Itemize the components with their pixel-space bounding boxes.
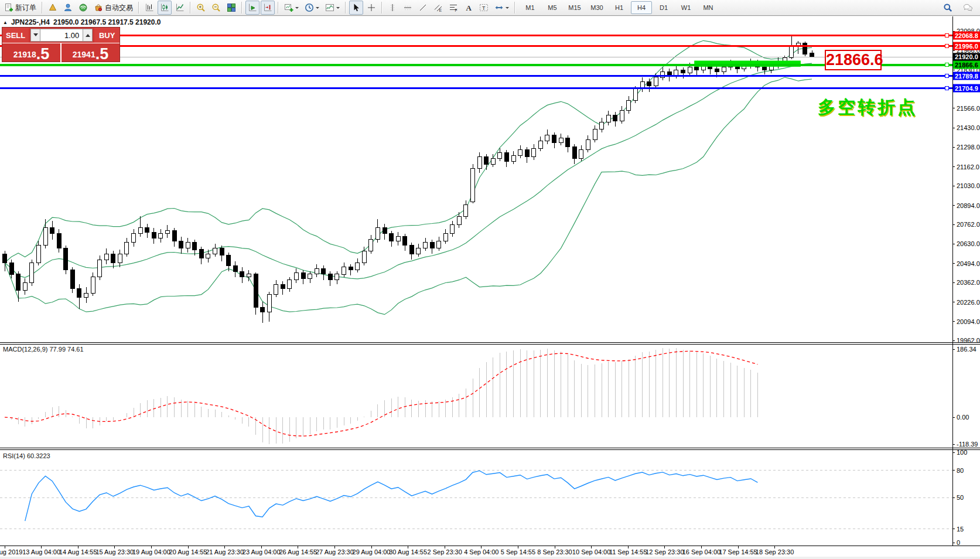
chart-canvas: 22098.021966.021830.021698.021566.021430…: [0, 0, 980, 559]
indicators-button[interactable]: [323, 1, 342, 15]
price-label: 21996.0: [953, 42, 980, 50]
svg-text:21430.0: 21430.0: [957, 124, 980, 131]
trendline-button[interactable]: [416, 1, 430, 15]
timeframe-button-m15[interactable]: M15: [564, 1, 585, 14]
gold-pyramid-icon: [48, 3, 57, 12]
auto-trading-button[interactable]: 自动交易: [91, 1, 135, 15]
tile-windows-button[interactable]: [224, 1, 238, 15]
svg-text:20226.0: 20226.0: [957, 299, 980, 306]
one-click-trading-panel: SELL BUY 21918.5 21941.5: [2, 27, 120, 62]
timeframe-button-m30[interactable]: M30: [586, 1, 607, 14]
timeframe-button-h1[interactable]: H1: [609, 1, 630, 14]
toolbar: 新订单自动交易EFATM1M5M15M30H1H4D1W1MN: [0, 0, 980, 16]
chart-symbol-period: JPN225-,H4: [11, 18, 50, 26]
svg-text:11 Aug 2019: 11 Aug 2019: [0, 548, 22, 555]
buy-button[interactable]: BUY: [94, 28, 119, 43]
svg-text:18 Sep 23:30: 18 Sep 23:30: [756, 548, 794, 555]
chat-button[interactable]: [961, 1, 975, 15]
svg-text:20094.0: 20094.0: [957, 318, 980, 325]
arrows-button[interactable]: [492, 1, 511, 15]
bars-chart-button[interactable]: [142, 1, 156, 15]
timeframe-button-m1[interactable]: M1: [520, 1, 541, 14]
panel-collapse-arrow[interactable]: ▲: [3, 20, 8, 25]
timeframe-button-m5[interactable]: M5: [542, 1, 563, 14]
hline-button[interactable]: [401, 1, 415, 15]
svg-text:E: E: [439, 8, 442, 12]
zoom-out-button[interactable]: [209, 1, 223, 15]
price-annotation-box[interactable]: 21866.6: [825, 50, 882, 70]
timeframe-button-d1[interactable]: D1: [653, 1, 674, 14]
community-button[interactable]: [61, 1, 75, 15]
signals-button[interactable]: [76, 1, 90, 15]
timeframe-button-w1[interactable]: W1: [675, 1, 696, 14]
svg-text:8 Sep 23:30: 8 Sep 23:30: [537, 548, 572, 555]
label-icon: T: [479, 3, 489, 12]
svg-text:T: T: [482, 5, 486, 11]
price-label: 21920.0: [953, 53, 980, 61]
volume-increase-button[interactable]: [83, 29, 93, 42]
timeframe-button-mn[interactable]: MN: [698, 1, 719, 14]
channel-icon: E: [433, 3, 443, 12]
svg-text:5 Sep 14:55: 5 Sep 14:55: [501, 548, 535, 555]
crosshair-button[interactable]: [364, 1, 378, 15]
search-button[interactable]: [941, 1, 955, 15]
svg-text:21 Aug 23:30: 21 Aug 23:30: [206, 548, 244, 555]
zoom-out-icon: [211, 3, 221, 12]
candle: [803, 42, 807, 56]
triangle-up-icon: [86, 32, 90, 37]
signal-globe-icon: [78, 3, 88, 12]
line-chart-button[interactable]: [173, 1, 187, 15]
chat-icon: [963, 3, 972, 12]
svg-text:19962.0: 19962.0: [957, 337, 980, 344]
svg-text:20894.0: 20894.0: [957, 202, 980, 209]
text-annotation[interactable]: 多空转折点: [818, 96, 917, 120]
search-icon: [943, 3, 952, 12]
chevron-down-icon: [336, 7, 340, 11]
svg-text:27 Aug 23:30: 27 Aug 23:30: [316, 548, 354, 555]
fibonacci-button[interactable]: F: [446, 1, 460, 15]
toolbar-separator: [241, 2, 243, 13]
sell-button[interactable]: SELL: [2, 28, 29, 43]
volume-input[interactable]: [40, 29, 83, 42]
new-chart-button[interactable]: [282, 1, 301, 15]
buy-price-main: 21941: [73, 47, 95, 62]
svg-text:23 Aug 04:00: 23 Aug 04:00: [243, 548, 281, 555]
price-label: 21866.6: [953, 61, 980, 69]
svg-text:21162.0: 21162.0: [957, 163, 979, 171]
auto-scroll-button[interactable]: [245, 1, 259, 15]
price-label: 21704.9: [953, 84, 980, 93]
svg-text:13 Aug 04:00: 13 Aug 04:00: [22, 548, 60, 555]
svg-text:15 Aug 23:30: 15 Aug 23:30: [95, 548, 134, 555]
new-order-button[interactable]: 新订单: [2, 1, 39, 15]
new-order-button-label: 新订单: [15, 3, 36, 13]
svg-text:30 Aug 14:55: 30 Aug 14:55: [389, 548, 427, 555]
svg-text:21566.0: 21566.0: [957, 105, 980, 112]
text-button[interactable]: A: [462, 1, 476, 15]
buy-price[interactable]: 21941.5: [60, 43, 119, 62]
svg-text:50: 50: [957, 494, 964, 501]
svg-text:21789.8: 21789.8: [955, 73, 978, 80]
mql5-button[interactable]: [46, 1, 60, 15]
user-cloud-icon: [63, 3, 73, 12]
vline-icon: [388, 3, 397, 12]
volume-decrease-button[interactable]: [30, 29, 40, 42]
timeframe-button-h4[interactable]: H4: [631, 1, 652, 14]
chevron-down-icon: [316, 7, 319, 11]
candles-chart-button[interactable]: [158, 1, 172, 15]
label-button[interactable]: T: [477, 1, 491, 15]
svg-text:80: 80: [957, 467, 964, 474]
periods-button[interactable]: [302, 1, 322, 15]
vline-button[interactable]: [385, 1, 399, 15]
sell-price[interactable]: 21918.5: [2, 43, 60, 62]
price-label: 21789.8: [953, 72, 980, 80]
chart-shift-button[interactable]: [261, 1, 275, 15]
zoom-in-button[interactable]: [194, 1, 208, 15]
hline-icon: [403, 3, 412, 12]
auto-trading-button-label: 自动交易: [105, 3, 133, 13]
cursor-button[interactable]: [349, 1, 363, 15]
channel-button[interactable]: E: [431, 1, 445, 15]
chart-title: ▲ JPN225-,H4 21950.0 21967.5 21917.5 219…: [3, 18, 161, 26]
crosshair-icon: [367, 3, 376, 12]
svg-text:0.00: 0.00: [957, 414, 969, 421]
toolbar-separator: [345, 2, 346, 13]
